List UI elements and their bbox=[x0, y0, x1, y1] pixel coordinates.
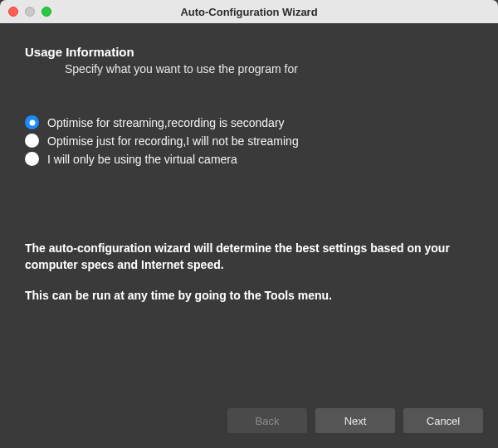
cancel-button[interactable]: Cancel bbox=[403, 408, 483, 433]
info-paragraph-2: This can be run at any time by going to … bbox=[25, 288, 473, 304]
traffic-lights bbox=[0, 7, 51, 17]
radio-icon bbox=[25, 134, 39, 148]
back-button: Back bbox=[227, 408, 307, 433]
minimize-icon bbox=[25, 7, 35, 17]
info-text: The auto-configuration wizard will deter… bbox=[25, 241, 473, 304]
button-row: Back Next Cancel bbox=[227, 408, 483, 433]
radio-icon bbox=[25, 115, 39, 129]
radio-label: Optimise just for recording,I will not b… bbox=[47, 134, 299, 148]
radio-icon bbox=[25, 152, 39, 166]
radio-label: I will only be using the virtual camera bbox=[47, 153, 237, 166]
radio-option-recording[interactable]: Optimise just for recording,I will not b… bbox=[25, 134, 473, 148]
info-paragraph-1: The auto-configuration wizard will deter… bbox=[25, 241, 473, 273]
window-title: Auto-Configuration Wizard bbox=[0, 6, 498, 18]
wizard-content: Usage Information Specify what you want … bbox=[0, 23, 498, 304]
section-subheading: Specify what you want to use the program… bbox=[65, 62, 473, 75]
radio-label: Optimise for streaming,recording is seco… bbox=[47, 116, 285, 129]
section-heading: Usage Information bbox=[25, 45, 473, 59]
close-icon[interactable] bbox=[8, 7, 18, 17]
next-button[interactable]: Next bbox=[315, 408, 395, 433]
usage-radio-group: Optimise for streaming,recording is seco… bbox=[25, 115, 473, 166]
radio-option-virtual-camera[interactable]: I will only be using the virtual camera bbox=[25, 152, 473, 166]
titlebar: Auto-Configuration Wizard bbox=[0, 0, 498, 23]
maximize-icon[interactable] bbox=[42, 7, 51, 17]
radio-option-streaming[interactable]: Optimise for streaming,recording is seco… bbox=[25, 115, 473, 129]
